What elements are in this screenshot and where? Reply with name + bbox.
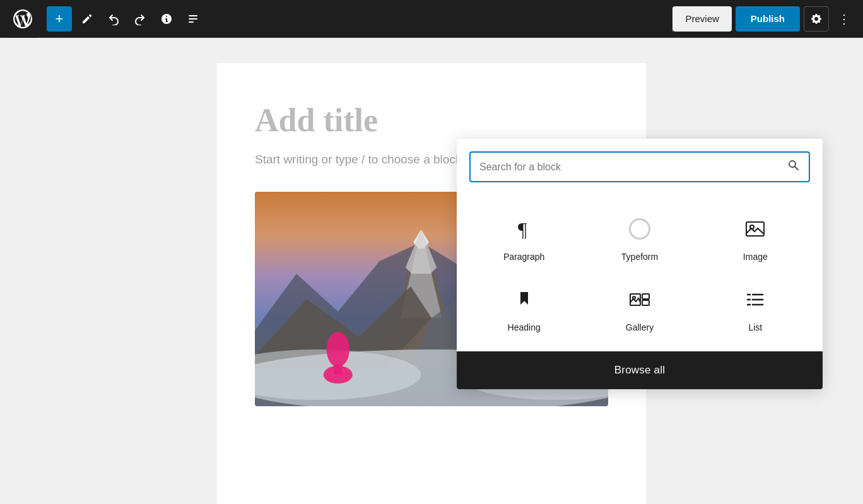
search-input-wrapper (469, 151, 810, 182)
svg-rect-15 (746, 222, 764, 236)
more-options-button[interactable]: ⋮ (833, 8, 855, 30)
undo-button[interactable] (102, 8, 125, 30)
editor-area: Add title Start writing or type / to cho… (0, 38, 863, 504)
inserter-blocks-grid: ¶ Paragraph Typeform (457, 192, 823, 351)
block-item-typeform[interactable]: Typeform (585, 208, 694, 268)
post-title[interactable]: Add title (255, 101, 608, 140)
edit-button[interactable] (76, 8, 98, 30)
image-icon (740, 214, 770, 244)
image-label: Image (743, 252, 768, 262)
publish-button[interactable]: Publish (736, 6, 800, 32)
gallery-icon (625, 284, 655, 315)
svg-text:¶: ¶ (518, 218, 527, 240)
wordpress-logo (8, 0, 38, 38)
block-item-heading[interactable]: Heading (469, 278, 578, 339)
list-icon (740, 284, 770, 315)
browse-all-button[interactable]: Browse all (457, 351, 823, 389)
svg-rect-19 (642, 300, 649, 305)
svg-point-13 (324, 366, 353, 384)
svg-point-11 (327, 332, 349, 367)
gallery-label: Gallery (626, 322, 654, 332)
block-item-list[interactable]: List (701, 278, 810, 339)
toolbar: + Preview Publish ⋮ (0, 0, 863, 38)
heading-icon (509, 284, 539, 315)
block-item-paragraph[interactable]: ¶ Paragraph (469, 208, 578, 268)
block-search-input[interactable] (479, 161, 782, 173)
block-item-gallery[interactable]: Gallery (585, 278, 694, 339)
list-label: List (748, 322, 762, 332)
block-inserter-popup: ¶ Paragraph Typeform (457, 139, 823, 389)
add-block-toolbar-button[interactable]: + (47, 6, 72, 32)
list-view-button[interactable] (182, 8, 204, 30)
paragraph-label: Paragraph (503, 252, 544, 262)
settings-button[interactable] (804, 6, 829, 32)
paragraph-icon: ¶ (509, 214, 539, 244)
typeform-label: Typeform (621, 252, 658, 262)
redo-button[interactable] (129, 8, 151, 30)
block-item-image[interactable]: Image (701, 208, 810, 268)
svg-rect-18 (642, 294, 649, 299)
info-button[interactable] (155, 8, 178, 30)
typeform-icon (625, 214, 655, 244)
search-icon (787, 159, 800, 175)
preview-button[interactable]: Preview (672, 6, 731, 32)
heading-label: Heading (508, 322, 541, 332)
inserter-search-section (457, 139, 823, 192)
